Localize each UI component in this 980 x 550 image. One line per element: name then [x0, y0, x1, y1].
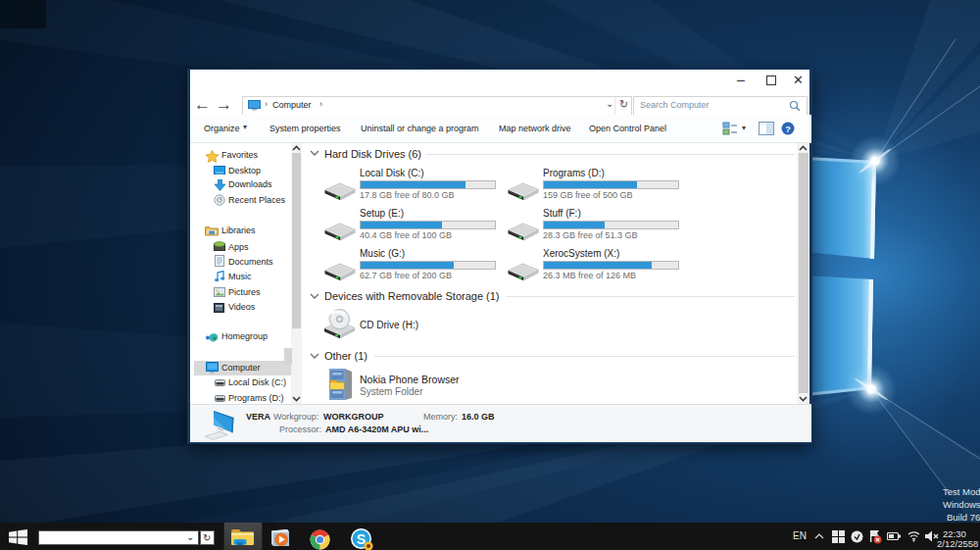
svg-text:?: ?: [785, 125, 791, 134]
svg-text:S: S: [357, 531, 366, 547]
